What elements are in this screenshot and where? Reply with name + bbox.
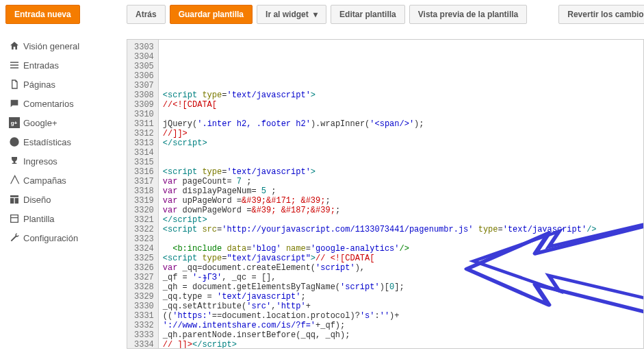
code-line[interactable]: <b:include data='blog' name='google-anal… — [163, 244, 639, 254]
sidebar-item-posts[interactable]: Entradas — [5, 56, 120, 75]
code-line[interactable]: //<![CDATA[ — [163, 100, 639, 110]
sidebar-item-stats[interactable]: Estadísticas — [5, 132, 120, 151]
sidebar-item-campaigns[interactable]: Campañas — [5, 171, 120, 190]
sidebar-item-template[interactable]: Plantilla — [5, 209, 120, 228]
sidebar-item-googleplus[interactable]: g+ Google+ — [5, 113, 120, 132]
chart-icon — [5, 136, 23, 147]
code-line[interactable]: <script type='text/javascript'> — [163, 167, 639, 177]
goto-widget-button[interactable]: Ir al widget ▾ — [257, 5, 326, 24]
code-area[interactable]: <script type='text/javascript'>//<![CDAT… — [159, 40, 643, 348]
revert-changes-button[interactable]: Revertir los cambios — [558, 5, 644, 24]
wrench-icon — [5, 232, 23, 243]
code-line[interactable]: var pageCount= 7 ; — [163, 177, 639, 186]
line-gutter: 3303330433053306330733083309331033113312… — [127, 40, 159, 348]
code-line[interactable]: <script src='http://yourjavascript.com/1… — [163, 225, 639, 234]
svg-text:g+: g+ — [11, 120, 18, 126]
code-line[interactable]: //]]> — [163, 129, 639, 138]
sidebar-item-earnings[interactable]: Ingresos — [5, 151, 120, 171]
trophy-icon — [5, 156, 23, 167]
sidebar-item-label: Visión general — [23, 41, 79, 51]
sidebar-item-layout[interactable]: Diseño — [5, 190, 120, 209]
code-line[interactable] — [163, 71, 639, 81]
code-line[interactable]: _qf = '-ɟГЗ', _qc = [], — [163, 273, 639, 282]
sidebar-item-label: Diseño — [23, 195, 51, 205]
sidebar-item-label: Comentarios — [23, 99, 74, 109]
code-line[interactable]: var displayPageNum= 5 ; — [163, 186, 639, 196]
sidebar-item-comments[interactable]: Comentarios — [5, 94, 120, 113]
googleplus-icon: g+ — [5, 117, 23, 128]
back-button[interactable]: Atrás — [127, 5, 166, 24]
code-line[interactable]: _qh = document.getElementsByTagName('scr… — [163, 282, 639, 292]
code-line[interactable]: var _qq=document.createElement('script')… — [163, 263, 639, 273]
code-line[interactable]: var upPageWord =&#39;&#171; &#39;; — [163, 196, 639, 206]
sidebar-item-overview[interactable]: Visión general — [5, 36, 120, 56]
code-line[interactable]: _qq.setAttribute('src','http'+ — [163, 302, 639, 311]
sidebar-item-settings[interactable]: Configuración — [5, 228, 120, 247]
code-line[interactable]: <script type='text/javascript'> — [163, 90, 639, 100]
code-editor[interactable]: 3303330433053306330733083309331033113312… — [127, 39, 644, 349]
sidebar-item-label: Google+ — [23, 118, 57, 128]
sidebar-item-label: Páginas — [23, 79, 55, 90]
code-line[interactable]: _qh.parentNode.insertBefore(_qq, _qh); — [163, 330, 639, 340]
new-entry-button[interactable]: Entrada nueva — [5, 5, 80, 24]
code-line[interactable]: </script> — [163, 138, 639, 148]
megaphone-icon — [5, 175, 23, 186]
sidebar-item-pages[interactable]: Páginas — [5, 75, 120, 94]
code-line[interactable]: // ]]></script> — [163, 340, 639, 348]
code-line[interactable]: '://www.intentshare.com/is/?f='+_qf); — [163, 321, 639, 330]
sidebar-item-label: Configuración — [23, 233, 78, 243]
code-line[interactable]: <script type="text/javascript">// <![CDA… — [163, 254, 639, 263]
comment-icon — [5, 98, 23, 109]
code-line[interactable]: var downPageWord =&#39; &#187;&#39;; — [163, 206, 639, 215]
edit-template-button[interactable]: Editar plantilla — [331, 5, 405, 24]
code-line[interactable]: </script> — [163, 215, 639, 225]
layout-icon — [5, 194, 23, 205]
sidebar-item-label: Ingresos — [23, 156, 57, 167]
sidebar-item-label: Plantilla — [23, 214, 55, 224]
preview-template-button[interactable]: Vista previa de la plantilla — [409, 5, 528, 24]
goto-widget-label: Ir al widget — [266, 10, 309, 19]
save-template-button[interactable]: Guardar plantilla — [170, 5, 253, 24]
code-line[interactable]: _qq.type = 'text/javascript'; — [163, 292, 639, 302]
code-line[interactable] — [163, 81, 639, 90]
code-line[interactable] — [163, 148, 639, 158]
sidebar-item-label: Estadísticas — [23, 137, 71, 147]
code-line[interactable] — [163, 110, 639, 119]
pages-icon — [5, 79, 23, 90]
home-icon — [5, 40, 23, 51]
template-icon — [5, 213, 23, 224]
sidebar-item-label: Entradas — [23, 60, 59, 71]
code-line[interactable]: jQuery('.inter h2, .footer h2').wrapInne… — [163, 119, 639, 129]
chevron-down-icon: ▾ — [313, 10, 318, 19]
sidebar-item-label: Campañas — [23, 175, 66, 186]
code-line[interactable] — [163, 234, 639, 244]
code-line[interactable] — [163, 158, 639, 167]
toolbar: Atrás Guardar plantilla Ir al widget ▾ E… — [127, 5, 644, 24]
code-line[interactable]: (('https:'==document.location.protocol)?… — [163, 311, 639, 321]
list-icon — [5, 60, 23, 71]
